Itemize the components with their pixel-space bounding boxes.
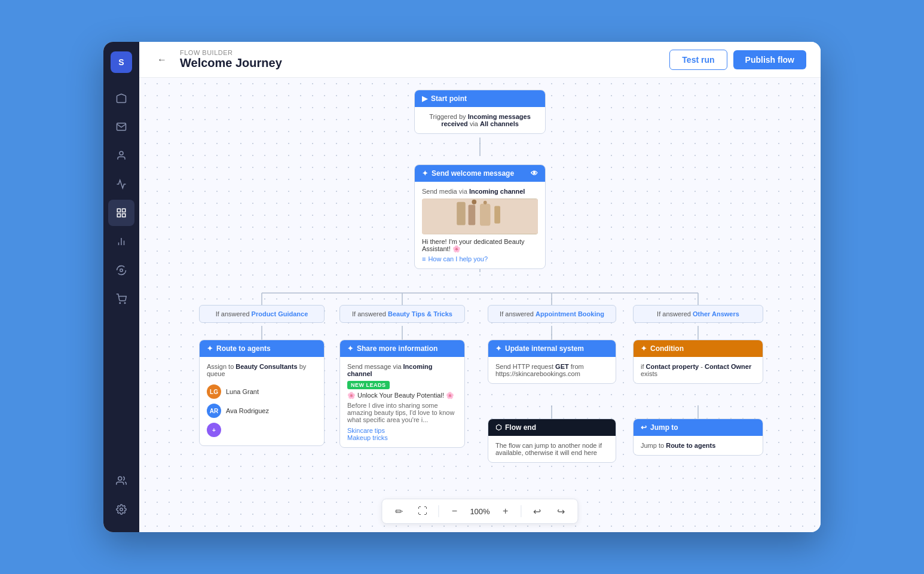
zoom-in-icon[interactable]: + [497,503,514,520]
pen-tool-icon[interactable]: ✏ [390,503,407,520]
undo-icon[interactable]: ↩ [529,503,546,520]
flow-canvas[interactable]: ▶ Start point Triggered by Incoming mess… [139,78,821,532]
main-content: ← FLOW BUILDER Welcome Journey Test run … [139,42,821,532]
sidebar-item-integrations[interactable] [108,257,134,283]
avatar-luna: LG [207,384,221,399]
welcome-message-node: ✦ Send welcome message 👁 Send media via … [414,164,546,269]
svg-point-31 [472,200,476,204]
agent-more: + [207,420,317,439]
app-window: S [103,42,821,532]
svg-point-32 [484,201,487,204]
zoom-level: 100% [470,507,489,516]
sidebar-item-contacts[interactable] [108,142,134,169]
welcome-link[interactable]: ≡ How can I help you? [422,255,538,262]
svg-point-8 [120,269,123,272]
flow-wrapper: ▶ Start point Triggered by Incoming mess… [181,78,779,514]
share-info-header[interactable]: ✦ Share more information [340,340,464,357]
svg-point-11 [118,477,122,480]
jump-to-node: ↩ Jump to Jump to Route to agents [633,419,763,456]
makeup-tricks-link[interactable]: Makeup tricks [347,434,457,441]
sidebar-item-team[interactable] [108,468,134,494]
share-info-body: Send message via Incoming channel NEW LE… [340,357,464,447]
update-system-body: Send HTTP request GET from https://skinc… [488,357,616,383]
test-run-button[interactable]: Test run [669,50,727,70]
new-leads-tag: NEW LEADS [347,381,390,389]
flow-end-body: The flow can jump to another node if ava… [488,436,616,462]
svg-rect-27 [457,202,466,225]
agent-ava: AR Ava Rodriguez [207,401,317,420]
start-node-header: ▶ Start point [415,90,545,107]
header: ← FLOW BUILDER Welcome Journey Test run … [139,42,821,78]
svg-rect-3 [123,214,126,217]
svg-point-12 [120,508,123,511]
condition-body: if Contact property - Contact Owner exis… [634,357,763,383]
breadcrumb: FLOW BUILDER [180,49,660,56]
share-info-node: ✦ Share more information Send message vi… [339,340,465,448]
jump-to-body: Jump to Route to agents [634,436,763,455]
svg-rect-1 [117,209,120,212]
condition-node: ✦ Condition if Contact property - Contac… [633,340,763,384]
sidebar-item-flows[interactable] [108,200,134,226]
sidebar: S [103,42,139,532]
toolbar-divider-1 [438,505,439,517]
beauty-message: 🌸 Unlock Your Beauty Potential! 🌸 [347,392,457,399]
update-system-node: ✦ Update internal system Send HTTP reque… [488,340,616,384]
route-agents-header[interactable]: ✦ Route to agents [200,340,324,357]
svg-rect-29 [480,204,490,226]
welcome-header[interactable]: ✦ Send welcome message 👁 [415,165,545,182]
svg-rect-2 [123,209,126,212]
sidebar-item-commerce[interactable] [108,286,134,312]
zoom-out-icon[interactable]: − [446,503,463,520]
sidebar-item-reports[interactable] [108,228,134,255]
branch-label-2: If answered Beauty Tips & Tricks [339,305,465,323]
beauty-sub-message: Before I dive into sharing some amazing … [347,402,457,423]
svg-rect-4 [117,214,120,217]
svg-rect-28 [469,205,476,225]
condition-header[interactable]: ✦ Condition [634,340,763,357]
route-agents-body: Assign to Beauty Consultants by queue LG… [200,357,324,445]
branch-label-3: If answered Appointment Booking [488,305,616,323]
welcome-message-text: Hi there! I'm your dedicated Beauty Assi… [422,238,538,253]
toolbar-divider-2 [521,505,522,517]
flow-end-header[interactable]: ⬡ Flow end [488,419,616,436]
jump-to-header[interactable]: ↩ Jump to [634,419,763,436]
sidebar-item-broadcast[interactable] [108,85,134,111]
update-system-header[interactable]: ✦ Update internal system [488,340,616,357]
canvas-toolbar: ✏ ⛶ − 100% + ↩ ↪ [381,499,578,524]
start-node: ▶ Start point Triggered by Incoming mess… [414,90,546,134]
redo-icon[interactable]: ↪ [553,503,570,520]
sidebar-item-settings[interactable] [108,496,134,523]
welcome-body: Send media via Incoming channel [415,182,545,268]
sidebar-logo[interactable]: S [111,51,132,73]
branch-label-4: If answered Other Answers [633,305,763,323]
page-title: Welcome Journey [180,56,660,70]
welcome-image [422,199,538,234]
avatar-ava: AR [207,404,221,418]
svg-point-10 [124,303,126,304]
header-actions: Test run Publish flow [669,50,806,70]
sidebar-item-campaigns[interactable] [108,171,134,197]
branch-label-1: If answered Product Guidance [199,305,325,323]
skincare-tips-link[interactable]: Skincare tips [347,427,457,434]
flow-end-node: ⬡ Flow end The flow can jump to another … [488,419,616,463]
svg-point-9 [120,303,121,304]
publish-flow-button[interactable]: Publish flow [733,50,806,69]
svg-point-0 [120,151,123,155]
agent-luna: LG Luna Grant [207,382,317,401]
back-button[interactable]: ← [154,51,170,68]
svg-rect-30 [494,206,500,224]
route-agents-node: ✦ Route to agents Assign to Beauty Consu… [199,340,325,446]
header-title-group: FLOW BUILDER Welcome Journey [180,49,660,70]
fullscreen-icon[interactable]: ⛶ [414,503,431,520]
beauty-links: Skincare tips Makeup tricks [347,427,457,441]
avatar-more: + [207,423,221,437]
sidebar-item-inbox[interactable] [108,114,134,140]
start-node-body: Triggered by Incoming messages received … [415,107,545,133]
